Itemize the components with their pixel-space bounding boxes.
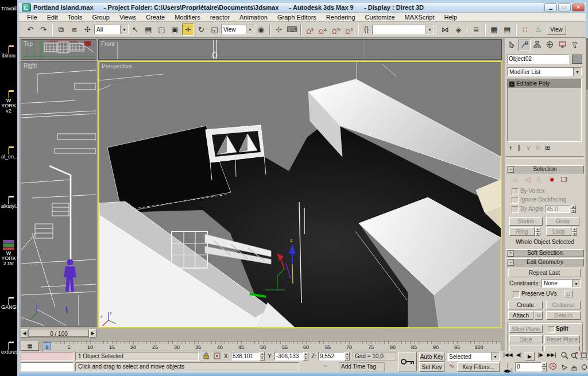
desktop-icon-wyork-rar[interactable]: W YORK 2.rar [1, 240, 16, 266]
maxscript-mini-listener-top[interactable] [21, 352, 74, 361]
slice-button[interactable]: Slice [509, 335, 543, 343]
create-button[interactable]: Create [508, 301, 543, 309]
previous-frame-icon[interactable]: ◀| [514, 352, 524, 361]
menu-edit[interactable]: Edit [47, 14, 58, 21]
show-end-result-icon[interactable]: ∥ [518, 144, 521, 154]
viewport-front[interactable]: Front [98, 39, 502, 60]
x-coordinate-field[interactable]: 538,101 [231, 352, 260, 361]
ring-spinner[interactable]: ▲▼ [535, 227, 540, 236]
communicator-icon[interactable]: ⌁ [320, 362, 330, 371]
menu-file[interactable]: File [27, 14, 37, 21]
select-object-icon[interactable]: ↖ [129, 24, 141, 36]
z-coordinate-field[interactable]: 9,552 [318, 352, 345, 361]
scroll-thumb[interactable]: 0 / 100 [29, 330, 89, 337]
tab-utilities[interactable] [569, 40, 581, 51]
key-mode-toggle-icon[interactable]: |◀▶| [503, 362, 513, 371]
menu-group[interactable]: Group [92, 14, 110, 21]
lightbulb-icon[interactable]: + [509, 82, 514, 87]
set-keys-button[interactable] [399, 352, 417, 371]
menu-help[interactable]: Help [444, 14, 458, 21]
modifier-list-dropdown[interactable]: Modifier List▼ [507, 67, 582, 76]
selection-filter-dropdown[interactable]: All▼ [94, 25, 129, 34]
vertex-mode-icon[interactable]: ∴ [510, 176, 521, 184]
attach-settings-icon[interactable]: □ [535, 311, 543, 320]
object-name-field[interactable]: Object02 [507, 55, 569, 64]
zoom-icon[interactable] [560, 351, 570, 361]
add-time-tag[interactable]: Add Time Tag [339, 362, 385, 371]
pan-hand-icon[interactable] [570, 363, 579, 372]
set-key-button[interactable]: Set Key [419, 362, 444, 372]
redo-icon[interactable]: ↷ [37, 24, 49, 36]
menu-views[interactable]: Views [119, 14, 136, 21]
y-spinner[interactable]: ▲▼ [303, 352, 308, 361]
stack-item-editable-poly[interactable]: +Editable Poly [508, 79, 581, 88]
select-by-name-icon[interactable]: ▤ [142, 24, 154, 36]
pin-stack-icon[interactable]: ⊦ [509, 144, 513, 154]
go-to-end-icon[interactable]: ▶▶| [547, 352, 556, 361]
align-icon[interactable]: ◈ [452, 24, 465, 36]
desktop-icon-alkstyl[interactable]: alkstyl... [1, 197, 16, 209]
schematic-view-icon[interactable]: ▤ [501, 24, 513, 36]
reset-plane-button[interactable]: Reset Plane [544, 335, 580, 343]
viewport-right[interactable]: Right [21, 61, 96, 327]
reference-coordinate-dropdown[interactable]: View▼ [221, 25, 254, 34]
viewport-top-label[interactable]: Top [24, 41, 33, 47]
auto-key-button[interactable]: Auto Key [419, 352, 444, 362]
edge-mode-icon[interactable]: ◁ [523, 176, 533, 184]
rollout-selection[interactable]: -Selection [506, 165, 584, 173]
named-selection-sets-icon[interactable]: {} [361, 24, 372, 36]
maxscript-mini-listener-bottom[interactable] [21, 362, 74, 371]
menu-maxscript[interactable]: MAXScript [405, 14, 435, 21]
dropdown-arrow-icon[interactable]: ▼ [120, 25, 128, 34]
window-crossing-icon[interactable]: ▣ [169, 24, 181, 36]
dropdown-arrow-icon[interactable]: ▼ [425, 25, 434, 34]
tab-hierarchy[interactable] [531, 40, 543, 51]
default-tangent-icon[interactable]: ∿ [447, 362, 457, 371]
select-and-move-icon[interactable]: ✛ [182, 24, 194, 36]
tab-motion[interactable] [544, 40, 556, 51]
select-and-manipulate-icon[interactable]: ⊹ [273, 24, 285, 36]
use-pivot-center-icon[interactable]: ◉ [255, 24, 267, 36]
desktop-icon-al-en[interactable]: al_en... [1, 148, 16, 160]
viewport-perspective-label[interactable]: Perspective [102, 63, 131, 69]
zoom-all-icon[interactable] [570, 351, 579, 361]
menu-graph-editors[interactable]: Graph Editors [277, 14, 316, 21]
by-vertex-checkbox[interactable] [512, 188, 519, 195]
angle-snap-icon[interactable]: Ω∠ [317, 24, 329, 36]
percent-snap-icon[interactable]: Ω% [330, 24, 342, 36]
split-checkbox[interactable] [548, 326, 555, 333]
minimize-button[interactable]: ▁ [544, 3, 557, 11]
viewport-perspective[interactable]: Perspective [98, 61, 502, 328]
preserve-uvs-checkbox[interactable] [513, 291, 520, 298]
collapse-button[interactable]: Collapse [546, 301, 581, 309]
expand-icon[interactable]: + [508, 250, 514, 257]
go-to-start-icon[interactable]: |◀◀ [503, 352, 513, 361]
keyboard-override-icon[interactable]: ⌨ [286, 24, 298, 36]
tab-display[interactable] [556, 40, 568, 51]
zoom-region-icon[interactable] [560, 363, 570, 372]
loop-spinner[interactable]: ▲▼ [572, 227, 577, 236]
rollout-edit-geometry[interactable]: -Edit Geometry [506, 258, 584, 266]
desktop-icon-textures[interactable]: extures [1, 343, 16, 355]
zoom-extents-icon[interactable] [579, 351, 588, 361]
desktop-icon-travail[interactable]: Travail [1, 6, 16, 11]
snap-toggle-icon[interactable]: Ω3 [304, 24, 316, 36]
maximize-button[interactable]: ▢ [558, 3, 571, 11]
material-editor-icon[interactable]: ∷ [519, 24, 531, 36]
named-selection-dropdown[interactable]: ▼ [372, 25, 434, 34]
viewport-front-label[interactable]: Front [101, 41, 114, 47]
scroll-left-icon[interactable]: ◀ [21, 329, 28, 338]
layer-manager-icon[interactable]: ≣ [470, 24, 482, 36]
by-angle-spinner[interactable]: ▲▼ [571, 205, 576, 213]
menu-rendering[interactable]: Rendering [326, 14, 355, 21]
dropdown-arrow-icon[interactable]: ▼ [572, 280, 580, 287]
menu-modifiers[interactable]: Modifiers [175, 14, 200, 21]
collapse-icon[interactable]: - [508, 259, 514, 266]
absolute-offset-toggle-icon[interactable] [212, 352, 222, 361]
slice-plane-button[interactable]: Slice Plane [509, 325, 543, 333]
ignore-backfacing-checkbox[interactable] [512, 197, 519, 204]
arc-rotate-icon[interactable] [579, 363, 588, 372]
desktop-icon-ibinou[interactable]: ibinou [1, 47, 16, 59]
detach-button[interactable]: Detach [546, 311, 581, 320]
repeat-last-button[interactable]: Repeat Last [508, 269, 581, 277]
